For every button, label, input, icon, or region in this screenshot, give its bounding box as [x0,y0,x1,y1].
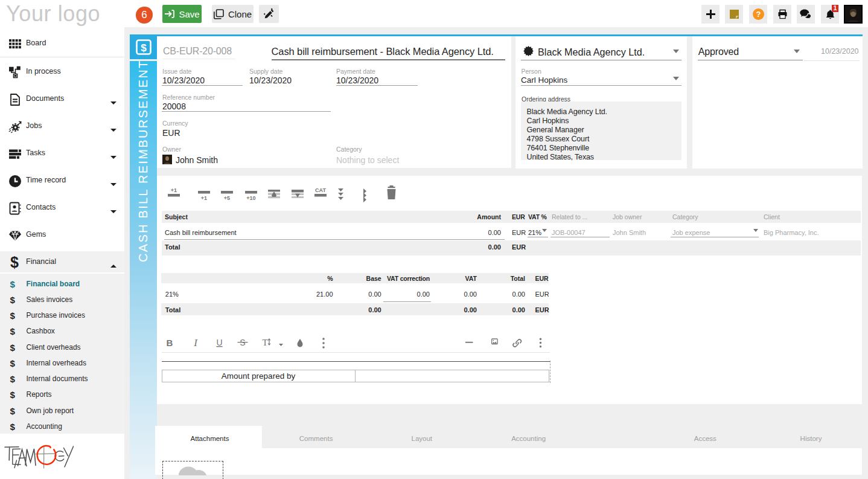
svg-text:+1: +1 [201,195,207,201]
svg-text:U: U [216,338,222,347]
svg-text:CAT: CAT [315,187,326,193]
svg-text:+5: +5 [224,195,230,201]
svg-text:+10: +10 [246,195,255,201]
svg-text:$: $ [141,42,147,53]
svg-text:B: B [167,338,173,348]
svg-text:+1: +1 [171,187,177,193]
svg-text:I: I [193,337,198,349]
svg-text:?: ? [756,10,761,19]
svg-text:T: T [262,338,267,347]
